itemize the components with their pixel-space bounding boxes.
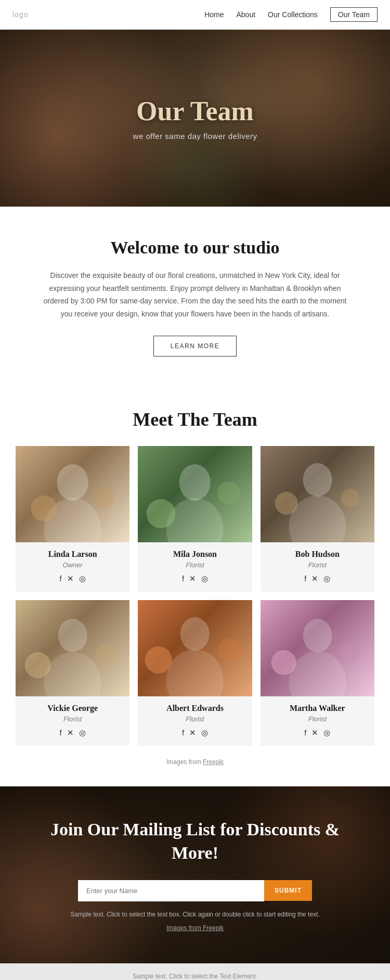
twitter-icon-martha[interactable]: ✕ [311, 728, 318, 737]
team-card-bob: Bob Hudson Florist f ✕ ◎ [261, 446, 374, 592]
mailing-title: Join Our Mailing List for Discounts & Mo… [42, 818, 348, 864]
facebook-icon-albert[interactable]: f [182, 728, 184, 737]
facebook-icon-martha[interactable]: f [304, 728, 306, 737]
hero-title: Our Team [136, 96, 254, 126]
instagram-icon-albert[interactable]: ◎ [201, 728, 208, 737]
team-social-mila: f ✕ ◎ [143, 574, 246, 583]
svg-point-0 [57, 464, 88, 501]
team-name-vickie: Vickie George [21, 704, 124, 713]
welcome-section: Welcome to our studio Discover the exqui… [0, 207, 390, 383]
facebook-icon-bob[interactable]: f [304, 574, 306, 583]
twitter-icon-bob[interactable]: ✕ [311, 574, 318, 583]
facebook-icon-vickie[interactable]: f [60, 728, 62, 737]
team-info-linda: Linda Larson Owner f ✕ ◎ [16, 542, 129, 592]
mailing-sample-text: Sample text. Click to select the text bo… [70, 911, 320, 918]
svg-point-15 [96, 644, 117, 665]
svg-point-7 [217, 481, 240, 504]
nav-links: Home About Our Collections Our Team [204, 7, 378, 22]
team-name-martha: Martha Walker [266, 704, 369, 713]
svg-point-14 [25, 652, 51, 678]
footer: Sample text. Click to select the Text El… [0, 963, 390, 980]
svg-point-21 [289, 651, 346, 696]
team-title: Meet The Team [16, 409, 374, 430]
team-social-vickie: f ✕ ◎ [21, 728, 124, 737]
team-photo-martha [261, 600, 374, 696]
svg-point-10 [275, 492, 297, 515]
team-info-vickie: Vickie George Florist f ✕ ◎ [16, 696, 129, 746]
team-photo-linda [16, 446, 129, 542]
facebook-icon-linda[interactable]: f [60, 574, 62, 583]
instagram-icon-mila[interactable]: ◎ [201, 574, 208, 583]
team-photo-bob [261, 446, 374, 542]
svg-point-19 [218, 638, 241, 661]
team-social-linda: f ✕ ◎ [21, 574, 124, 583]
instagram-icon-linda[interactable]: ◎ [79, 574, 86, 583]
svg-point-3 [94, 488, 114, 508]
team-card-vickie: Vickie George Florist f ✕ ◎ [16, 600, 129, 746]
svg-point-17 [166, 650, 224, 696]
mailing-form: SUBMIT [78, 880, 312, 901]
svg-point-20 [303, 619, 332, 652]
team-card-linda: Linda Larson Owner f ✕ ◎ [16, 446, 129, 592]
team-card-martha: Martha Walker Florist f ✕ ◎ [261, 600, 374, 746]
team-name-mila: Mila Jonson [143, 550, 246, 559]
team-photo-albert [138, 600, 252, 696]
team-role-linda: Owner [21, 561, 124, 569]
nav-home[interactable]: Home [204, 10, 224, 19]
twitter-icon-linda[interactable]: ✕ [67, 574, 74, 583]
team-role-martha: Florist [266, 715, 369, 723]
svg-point-11 [341, 489, 359, 507]
svg-point-13 [44, 652, 101, 696]
mailing-submit-button[interactable]: SUBMIT [264, 880, 312, 901]
mailing-name-input[interactable] [78, 880, 264, 901]
svg-point-6 [147, 499, 176, 528]
svg-point-2 [31, 495, 57, 521]
team-card-albert: Albert Edwards Florist f ✕ ◎ [138, 600, 252, 746]
logo: logo [12, 10, 28, 19]
navbar: logo Home About Our Collections Our Team [0, 0, 390, 30]
instagram-icon-martha[interactable]: ◎ [323, 728, 330, 737]
svg-point-23 [340, 642, 360, 662]
facebook-icon-mila[interactable]: f [182, 574, 184, 583]
team-name-linda: Linda Larson [21, 550, 124, 559]
mailing-background [0, 786, 390, 963]
svg-point-12 [58, 619, 87, 652]
team-name-albert: Albert Edwards [143, 704, 246, 713]
team-photo-vickie [16, 600, 129, 696]
freepik-link-mailing[interactable]: Freepik [203, 924, 224, 932]
team-info-martha: Martha Walker Florist f ✕ ◎ [261, 696, 374, 746]
team-info-bob: Bob Hudson Florist f ✕ ◎ [261, 542, 374, 592]
team-social-albert: f ✕ ◎ [143, 728, 246, 737]
twitter-icon-mila[interactable]: ✕ [189, 574, 196, 583]
team-role-albert: Florist [143, 715, 246, 723]
instagram-icon-bob[interactable]: ◎ [323, 574, 330, 583]
svg-point-22 [271, 650, 296, 675]
mailing-section: Join Our Mailing List for Discounts & Mo… [0, 786, 390, 963]
freepik-link-team[interactable]: Freepik [203, 758, 224, 766]
twitter-icon-albert[interactable]: ✕ [189, 728, 196, 737]
team-info-mila: Mila Jonson Florist f ✕ ◎ [138, 542, 252, 592]
team-images-credit: Images from Freepik [16, 751, 374, 776]
twitter-icon-vickie[interactable]: ✕ [67, 728, 74, 737]
welcome-title: Welcome to our studio [42, 238, 348, 258]
team-photo-mila [138, 446, 252, 542]
hero-section: Our Team we offer same day flower delive… [0, 30, 390, 207]
team-role-bob: Florist [266, 561, 369, 569]
team-card-mila: Mila Jonson Florist f ✕ ◎ [138, 446, 252, 592]
mailing-images-credit: Images from Freepik [166, 924, 224, 932]
nav-collections[interactable]: Our Collections [268, 10, 318, 19]
hero-subtitle: we offer same day flower delivery [133, 132, 257, 141]
instagram-icon-vickie[interactable]: ◎ [79, 728, 86, 737]
team-social-martha: f ✕ ◎ [266, 728, 369, 737]
team-grid: Linda Larson Owner f ✕ ◎ Mila [16, 446, 374, 746]
nav-about[interactable]: About [236, 10, 255, 19]
svg-point-5 [166, 498, 224, 542]
team-social-bob: f ✕ ◎ [266, 574, 369, 583]
team-role-mila: Florist [143, 561, 246, 569]
team-section: Meet The Team Linda Larson Owner f ✕ ◎ [0, 383, 390, 786]
welcome-body: Discover the exquisite beauty of our flo… [42, 269, 348, 320]
svg-point-16 [180, 617, 210, 651]
nav-our-team[interactable]: Our Team [330, 7, 378, 22]
team-role-vickie: Florist [21, 715, 124, 723]
learn-more-button[interactable]: LEARN MORE [153, 336, 237, 357]
